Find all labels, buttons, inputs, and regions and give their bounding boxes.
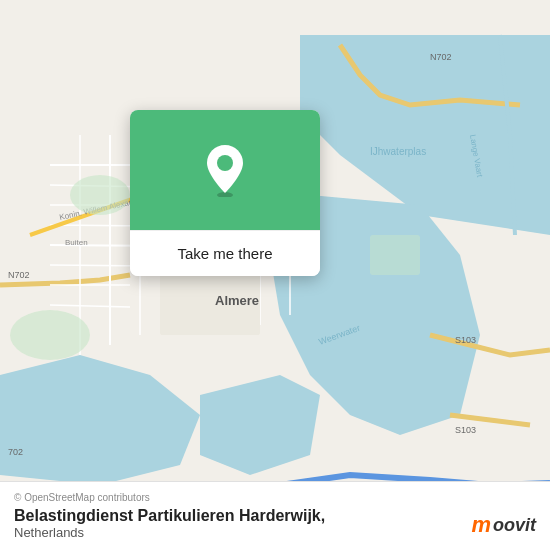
svg-point-19 <box>217 155 233 171</box>
svg-rect-15 <box>370 235 420 275</box>
svg-text:Buiten: Buiten <box>65 238 88 247</box>
attribution-text: © OpenStreetMap contributors <box>14 492 536 503</box>
svg-text:IJhwaterplas: IJhwaterplas <box>370 146 426 157</box>
svg-text:Almere: Almere <box>215 293 259 308</box>
svg-text:S103: S103 <box>455 425 476 435</box>
svg-text:N702: N702 <box>430 52 452 62</box>
location-pin-icon <box>203 143 247 197</box>
svg-text:S103: S103 <box>455 335 476 345</box>
location-popup: Take me there <box>130 110 320 276</box>
location-title: Belastingdienst Partikulieren Harderwijk… <box>14 507 536 525</box>
svg-text:702: 702 <box>8 447 23 457</box>
location-subtitle: Netherlands <box>14 525 536 540</box>
moovit-logo: moovit <box>471 512 536 538</box>
svg-point-13 <box>70 175 130 215</box>
moovit-wordmark: oovit <box>493 515 536 536</box>
take-me-there-button[interactable]: Take me there <box>130 230 320 276</box>
bottom-info-bar: © OpenStreetMap contributors Belastingdi… <box>0 481 550 550</box>
svg-text:N702: N702 <box>8 270 30 280</box>
svg-point-14 <box>10 310 90 360</box>
map-container: N702 N702 S103 S103 A6 A6 702 <box>0 0 550 550</box>
moovit-m-letter: m <box>471 512 490 538</box>
popup-map-header <box>130 110 320 230</box>
